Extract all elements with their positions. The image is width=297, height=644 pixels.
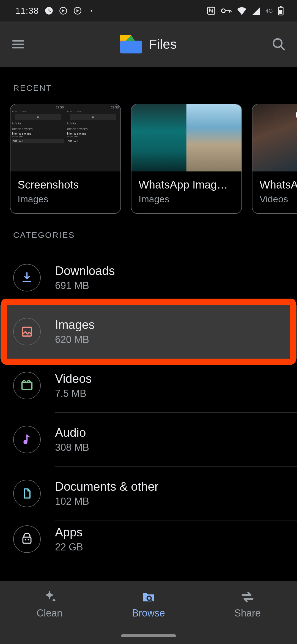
status-bar: 11:38 • 4G bbox=[0, 0, 297, 21]
svg-rect-12 bbox=[23, 327, 31, 336]
mini-header: 22 GB bbox=[12, 106, 64, 109]
mini-section2: ORAGE DEVICES bbox=[67, 128, 119, 130]
video-icon bbox=[13, 372, 41, 399]
svg-point-17 bbox=[28, 539, 29, 541]
apps-icon bbox=[13, 525, 41, 553]
category-size: 620 MB bbox=[55, 334, 284, 345]
category-audio[interactable]: Audio 308 MB bbox=[0, 413, 297, 466]
svg-point-14 bbox=[23, 440, 28, 444]
mini-sd: SD card bbox=[67, 139, 119, 143]
notification-dot-icon: • bbox=[88, 8, 92, 14]
recent-section-label: RECENT bbox=[0, 67, 297, 104]
recent-caption: Screenshots Images bbox=[10, 171, 120, 213]
mini-storage: Internal storage bbox=[12, 132, 64, 135]
play-icon bbox=[296, 109, 297, 121]
category-size: 691 MB bbox=[55, 280, 284, 291]
category-title: Images bbox=[55, 318, 284, 332]
nfc-icon bbox=[207, 6, 216, 15]
category-text: Apps 22 GB bbox=[55, 525, 284, 553]
category-title: Apps bbox=[55, 525, 284, 539]
mini-folder: fe folder bbox=[12, 122, 64, 125]
bottom-nav: Clean Browse Share bbox=[0, 581, 297, 627]
recent-caption: WhatsApp Imag… Images bbox=[131, 171, 241, 213]
mini-folder: fe folder bbox=[67, 122, 119, 125]
recent-caption: WhatsAp Videos bbox=[252, 171, 297, 213]
nav-label: Browse bbox=[132, 607, 165, 619]
photo-placeholder bbox=[131, 104, 186, 171]
vpn-key-icon bbox=[221, 7, 232, 15]
nav-label: Share bbox=[234, 607, 261, 619]
recent-subtitle: Images bbox=[18, 194, 113, 204]
notification-circle-arrow-icon-2 bbox=[73, 7, 82, 15]
recent-card-screenshots[interactable]: 22 GB LLECTIONS fe folder ORAGE DEVICES … bbox=[10, 104, 121, 214]
image-icon bbox=[13, 318, 41, 345]
signal-icon bbox=[252, 7, 260, 15]
category-title: Audio bbox=[55, 426, 284, 440]
app-bar: Files bbox=[0, 21, 297, 67]
recent-card-whatsapp-images[interactable]: WhatsApp Imag… Images bbox=[131, 104, 242, 214]
mini-section: LLECTIONS bbox=[67, 110, 119, 113]
recent-title: Screenshots bbox=[18, 179, 113, 191]
category-text: Audio 308 MB bbox=[55, 426, 284, 453]
mini-preview-2: 22 GB LLECTIONS fe folder ORAGE DEVICES … bbox=[65, 104, 120, 171]
nav-clean[interactable]: Clean bbox=[0, 581, 99, 627]
category-text: Downloads 691 MB bbox=[55, 264, 284, 291]
search-icon bbox=[272, 37, 286, 51]
download-icon bbox=[13, 264, 41, 291]
category-size: 308 MB bbox=[55, 442, 284, 453]
photo-placeholder bbox=[186, 104, 241, 171]
home-indicator[interactable] bbox=[121, 634, 176, 637]
swap-arrows-icon bbox=[240, 589, 255, 605]
mini-storage-sub: /6 GiB free bbox=[67, 135, 119, 138]
nav-label: Clean bbox=[37, 607, 62, 619]
status-right: 4G bbox=[207, 6, 284, 15]
wifi-icon bbox=[237, 7, 247, 15]
recent-card-whatsapp-videos[interactable]: WhatsAp Videos bbox=[252, 104, 297, 214]
category-apps[interactable]: Apps 22 GB bbox=[0, 520, 297, 553]
category-text: Documents & other 102 MB bbox=[55, 480, 284, 507]
category-title: Videos bbox=[55, 372, 284, 386]
recent-thumb bbox=[252, 104, 297, 171]
menu-button[interactable] bbox=[8, 34, 28, 54]
hamburger-icon bbox=[11, 37, 25, 51]
search-button[interactable] bbox=[269, 34, 289, 54]
svg-rect-8 bbox=[120, 40, 142, 53]
document-icon bbox=[13, 480, 41, 507]
sparkle-icon bbox=[42, 589, 57, 605]
gesture-bar[interactable] bbox=[0, 627, 297, 644]
app-title: Files bbox=[149, 37, 177, 52]
category-text: Images 620 MB bbox=[55, 318, 284, 345]
app-title-wrap: Files bbox=[28, 35, 269, 54]
category-title: Downloads bbox=[55, 264, 284, 278]
lock-icon bbox=[70, 114, 116, 120]
category-text: Videos 7.5 MB bbox=[55, 372, 284, 399]
category-documents[interactable]: Documents & other 102 MB bbox=[0, 466, 297, 520]
svg-rect-6 bbox=[280, 6, 282, 7]
recent-title: WhatsApp Imag… bbox=[139, 179, 234, 191]
category-size: 22 GB bbox=[55, 541, 284, 553]
recent-title: WhatsAp bbox=[260, 179, 297, 191]
category-size: 102 MB bbox=[55, 496, 284, 507]
categories-list: Downloads 691 MB Images 620 MB Videos 7.… bbox=[0, 251, 297, 620]
category-images[interactable]: Images 620 MB bbox=[0, 305, 297, 359]
category-videos[interactable]: Videos 7.5 MB bbox=[0, 359, 297, 413]
notification-circle-arrow-icon bbox=[59, 7, 67, 15]
recent-thumb: 22 GB LLECTIONS fe folder ORAGE DEVICES … bbox=[10, 104, 120, 171]
nav-share[interactable]: Share bbox=[198, 581, 297, 627]
mini-storage: Internal storage bbox=[67, 132, 119, 135]
files-logo-icon bbox=[120, 35, 142, 54]
nav-browse[interactable]: Browse bbox=[99, 581, 198, 627]
category-downloads[interactable]: Downloads 691 MB bbox=[0, 251, 297, 305]
categories-section-label: CATEGORIES bbox=[0, 214, 297, 251]
folder-search-icon bbox=[141, 589, 156, 605]
mini-sd: SD card bbox=[12, 139, 64, 143]
recent-row[interactable]: 22 GB LLECTIONS fe folder ORAGE DEVICES … bbox=[0, 104, 297, 214]
lock-icon bbox=[15, 114, 61, 120]
audio-icon bbox=[13, 426, 41, 453]
svg-point-16 bbox=[25, 539, 26, 541]
recent-subtitle: Videos bbox=[260, 194, 297, 204]
status-left: 11:38 • bbox=[15, 6, 92, 16]
svg-rect-11 bbox=[92, 117, 94, 118]
svg-rect-15 bbox=[23, 537, 31, 543]
network-type-label: 4G bbox=[265, 8, 273, 14]
